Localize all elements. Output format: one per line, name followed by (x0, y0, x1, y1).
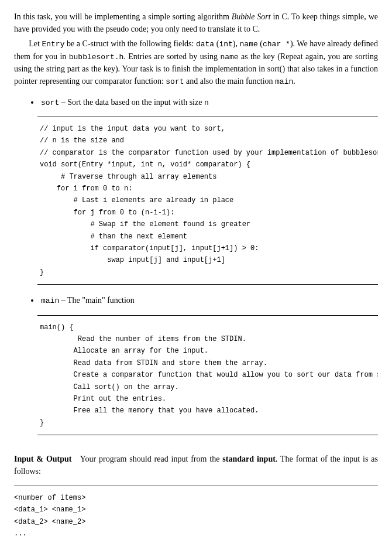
text: . Entries are sorted by using (123, 52, 220, 61)
main-fn-term: main (275, 77, 293, 86)
stdin-term: standard input (222, 455, 276, 463)
name-key-term: name (220, 53, 238, 62)
text: ), (233, 39, 240, 48)
intro-para-1: In this task, you will be implementing a… (14, 11, 378, 35)
bubble-sort-term: Bubble Sort (232, 12, 271, 21)
int-term: int (219, 40, 232, 49)
list-item-sort: sort – Sort the data based on the input … (40, 96, 378, 109)
io-heading: Input & Output (14, 455, 72, 463)
text: . (293, 77, 295, 86)
io-para: Input & Output Your program should read … (14, 453, 378, 477)
code-block-format: <number of items> <data_1> <name_1> <dat… (14, 486, 378, 536)
text: Let (29, 39, 42, 48)
sort-label: sort (41, 98, 59, 107)
function-list: sort – Sort the data based on the input … (14, 96, 378, 109)
text: Your program should read input from the (80, 455, 223, 463)
code-block-sort: // input is the input data you want to s… (37, 117, 378, 285)
function-list-2: main – The "main" function (14, 294, 378, 307)
sort-fn-term: sort (166, 77, 184, 86)
text: ( (258, 39, 263, 48)
text: – Sort the data based on the input with … (59, 98, 204, 107)
text: and also the main function (184, 77, 276, 86)
data-term: data (196, 40, 214, 49)
list-item-main: main – The "main" function (40, 294, 378, 307)
intro-para-2: Let Entry be a C-struct with the followi… (14, 37, 378, 88)
name-term: name (240, 40, 258, 49)
text: be a C-struct with the following fields: (64, 39, 196, 48)
n-term: n (204, 98, 209, 107)
charptr-term: char * (263, 40, 290, 49)
text: – The "main" function (59, 296, 135, 305)
code-block-main: main() { Read the number of items from t… (37, 315, 378, 436)
main-label: main (41, 296, 59, 305)
header-file-term: bubblesort.h (69, 53, 124, 62)
entry-term: Entry (42, 40, 64, 49)
text: In this task, you will be implementing a… (14, 12, 232, 21)
